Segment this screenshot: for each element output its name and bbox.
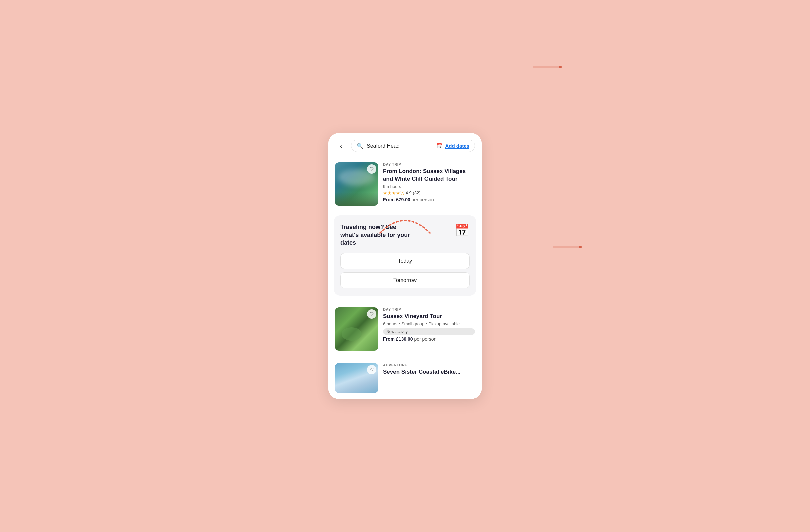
heart-icon-2: ♡ — [370, 311, 374, 317]
listing-tag-3: ADVENTURE — [383, 363, 475, 367]
listing-title-1: From London: Sussex Villages and White C… — [383, 168, 475, 182]
listing-title-3: Seven Sister Coastal eBike... — [383, 368, 475, 376]
listing-info-2: DAY TRIP Sussex Vineyard Tour 6 hours • … — [383, 307, 475, 351]
listing-title-2: Sussex Vineyard Tour — [383, 313, 475, 320]
price-row-1: From £79.00 per person — [383, 197, 475, 202]
price-value-1: From £79.00 — [383, 197, 410, 202]
listing-info-1: DAY TRIP From London: Sussex Villages an… — [383, 162, 475, 206]
calendar-large-icon: 📅 — [455, 223, 470, 237]
tomorrow-button[interactable]: Tomorrow — [340, 272, 470, 288]
travel-card: Traveling now? See what's available for … — [334, 215, 476, 295]
listing-image-wrap-1: ♡ — [335, 162, 378, 206]
wishlist-button-3[interactable]: ♡ — [367, 365, 376, 374]
listing-info-3: ADVENTURE Seven Sister Coastal eBike... — [383, 363, 475, 393]
listing-meta-2: 6 hours • Small group • Pickup available — [383, 321, 475, 326]
arrow-line-2 — [553, 245, 583, 249]
listing-image-wrap-2: ♡ — [335, 307, 378, 351]
price-suffix-1: per person — [412, 197, 434, 202]
svg-marker-1 — [559, 66, 563, 68]
heart-icon-3: ♡ — [370, 367, 374, 372]
arrow-line-1 — [533, 65, 563, 69]
listing-card-1[interactable]: ♡ DAY TRIP From London: Sussex Villages … — [328, 156, 482, 212]
search-bar[interactable]: 🔍 Seaford Head 📅 Add dates — [351, 140, 475, 152]
price-suffix-2: per person — [414, 336, 436, 342]
rating-value-1: 4.9 (32) — [406, 190, 421, 195]
listing-card-2[interactable]: ♡ DAY TRIP Sussex Vineyard Tour 6 hours … — [328, 301, 482, 357]
add-dates-button[interactable]: 📅 Add dates — [433, 143, 469, 149]
listing-tag-1: DAY TRIP — [383, 162, 475, 166]
back-chevron-icon: ‹ — [340, 142, 342, 150]
wishlist-button-2[interactable]: ♡ — [367, 309, 376, 319]
arrow-annotation-2 — [553, 245, 583, 249]
listing-card-3[interactable]: ♡ ADVENTURE Seven Sister Coastal eBike..… — [328, 357, 482, 399]
listing-duration-1: 9.5 hours — [383, 184, 475, 189]
search-value: Seaford Head — [367, 143, 430, 149]
heart-icon-1: ♡ — [370, 166, 374, 172]
arrow-annotation-1 — [533, 65, 563, 69]
dotted-arc-icon — [377, 211, 433, 235]
today-button[interactable]: Today — [340, 253, 470, 269]
add-dates-label: Add dates — [445, 143, 469, 149]
listing-tag-2: DAY TRIP — [383, 307, 475, 311]
calendar-icon: 📅 — [437, 143, 443, 149]
back-button[interactable]: ‹ — [335, 140, 347, 152]
stars-icon-1: ★★★★½ — [383, 190, 404, 196]
content-area: ♡ DAY TRIP From London: Sussex Villages … — [328, 156, 482, 399]
search-icon: 🔍 — [357, 143, 363, 149]
header: ‹ 🔍 Seaford Head 📅 Add dates — [328, 133, 482, 156]
price-value-2: From £130.00 — [383, 336, 413, 342]
price-row-2: From £130.00 per person — [383, 336, 475, 342]
stars-row-1: ★★★★½ 4.9 (32) — [383, 190, 475, 196]
svg-marker-3 — [579, 246, 583, 248]
phone-container: ‹ 🔍 Seaford Head 📅 Add dates ♡ DAY TRIP … — [328, 133, 482, 399]
listing-image-wrap-3: ♡ — [335, 363, 378, 393]
new-activity-badge: New activity — [383, 328, 475, 335]
